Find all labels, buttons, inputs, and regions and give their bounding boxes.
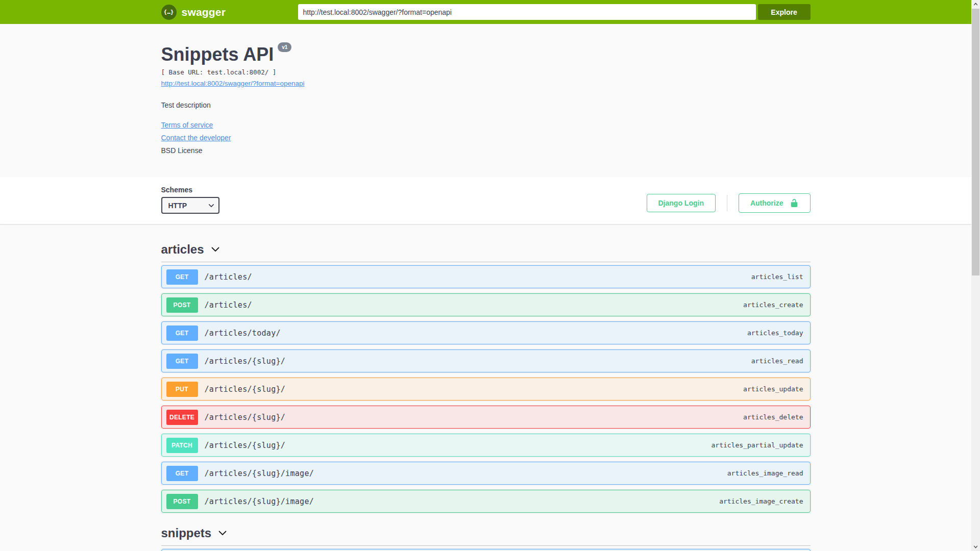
operation-row[interactable]: GET /snippets/ snippets_list <box>161 549 811 551</box>
tag-section: snippets GET /snippets/ snippets_list <box>161 521 811 551</box>
tag-header: snippets <box>161 521 811 546</box>
method-badge: PUT <box>166 382 198 397</box>
operation-row[interactable]: PATCH /articles/{slug}/ articles_partial… <box>161 434 811 457</box>
method-badge: POST <box>166 297 198 313</box>
operations-root: articles GET /articles/ articles_list PO… <box>161 224 811 551</box>
django-login-button[interactable]: Django Login <box>647 194 716 212</box>
scrollbar-thumb[interactable] <box>972 9 979 276</box>
operation-path: /articles/{slug}/ <box>205 357 286 366</box>
operation-path: /articles/{slug}/ <box>205 385 286 394</box>
operation-path: /articles/today/ <box>205 329 281 338</box>
schemes-group: Schemes HTTP <box>161 186 219 214</box>
spec-link[interactable]: http://test.local:8002/swagger/?format=o… <box>161 80 305 87</box>
operation-id: articles_list <box>751 273 803 281</box>
operation-row[interactable]: POST /articles/ articles_create <box>161 293 811 316</box>
version-badge: v1 <box>278 42 291 52</box>
operation-row[interactable]: GET /articles/today/ articles_today <box>161 321 811 344</box>
operation-path: /articles/{slug}/image/ <box>205 497 314 506</box>
tag-header: articles <box>161 237 811 262</box>
auth-wrapper: Django Login Authorize <box>647 193 811 214</box>
section-title: articles <box>161 242 204 257</box>
operation-list: GET /articles/ articles_list POST /artic… <box>161 265 811 513</box>
collapse-section-button[interactable] <box>210 244 220 255</box>
method-badge: DELETE <box>166 410 198 425</box>
operation-path: /articles/ <box>205 300 252 310</box>
operation-id: articles_image_create <box>719 497 803 505</box>
topbar: {…} swagger Explore <box>0 0 971 24</box>
method-badge: GET <box>166 354 198 369</box>
operation-list: GET /snippets/ snippets_list <box>161 549 811 551</box>
terms-of-service-link[interactable]: Terms of service <box>161 121 213 129</box>
swagger-logo: {…} swagger <box>161 5 226 20</box>
operation-path: /articles/{slug}/ <box>205 413 286 422</box>
scroll-down-icon[interactable] <box>971 542 980 551</box>
method-badge: GET <box>166 325 198 341</box>
chevron-down-icon <box>210 244 220 255</box>
section-title: snippets <box>161 526 212 540</box>
contact-developer-link[interactable]: Contact the developer <box>161 134 231 142</box>
operation-row[interactable]: POST /articles/{slug}/image/ articles_im… <box>161 490 811 513</box>
base-url: [ Base URL: test.local:8002/ ] <box>161 68 811 76</box>
scroll-up-icon[interactable] <box>971 0 980 9</box>
explore-form: Explore <box>298 4 811 20</box>
operation-id: articles_update <box>743 385 803 393</box>
operation-id: articles_delete <box>743 413 803 421</box>
operation-row[interactable]: PUT /articles/{slug}/ articles_update <box>161 378 811 400</box>
chevron-down-icon <box>217 528 228 538</box>
spec-url-input[interactable] <box>298 4 756 20</box>
operation-path: /articles/{slug}/ <box>205 441 286 450</box>
swagger-logo-icon: {…} <box>161 5 177 20</box>
operation-id: articles_today <box>747 329 803 337</box>
operation-row[interactable]: GET /articles/{slug}/ articles_read <box>161 349 811 372</box>
unlocked-padlock-icon <box>790 198 799 208</box>
operation-path: /articles/ <box>205 272 252 282</box>
collapse-section-button[interactable] <box>217 528 228 538</box>
method-badge: PATCH <box>166 438 198 453</box>
operation-id: articles_create <box>743 301 803 309</box>
method-badge: POST <box>166 494 198 509</box>
scheme-select[interactable]: HTTP <box>161 197 219 214</box>
operation-row[interactable]: GET /articles/ articles_list <box>161 265 811 288</box>
operation-id: articles_image_read <box>727 469 803 477</box>
tag-section: articles GET /articles/ articles_list PO… <box>161 237 811 513</box>
explore-button[interactable]: Explore <box>758 4 811 20</box>
method-badge: GET <box>166 269 198 285</box>
operation-id: articles_partial_update <box>711 441 803 449</box>
operation-row[interactable]: DELETE /articles/{slug}/ articles_delete <box>161 406 811 429</box>
api-description: Test description <box>161 101 811 109</box>
operation-path: /articles/{slug}/image/ <box>205 469 314 478</box>
api-info-section: Snippets API v1 [ Base URL: test.local:8… <box>0 24 971 177</box>
scheme-section: Schemes HTTP Django Login Authorize <box>0 177 971 224</box>
method-badge: GET <box>166 466 198 481</box>
license-text: BSD License <box>161 146 811 155</box>
authorize-button[interactable]: Authorize <box>739 193 811 213</box>
operation-row[interactable]: GET /articles/{slug}/image/ articles_ima… <box>161 462 811 485</box>
api-title: Snippets API <box>161 45 274 64</box>
schemes-label: Schemes <box>161 186 219 194</box>
swagger-ui-page: {…} swagger Explore Snippets API v1 [ Ba… <box>0 0 971 551</box>
auth-divider <box>727 195 727 211</box>
vertical-scrollbar <box>971 0 980 551</box>
swagger-logo-text: swagger <box>182 6 226 18</box>
operation-id: articles_read <box>751 357 803 365</box>
authorize-button-label: Authorize <box>750 199 783 207</box>
